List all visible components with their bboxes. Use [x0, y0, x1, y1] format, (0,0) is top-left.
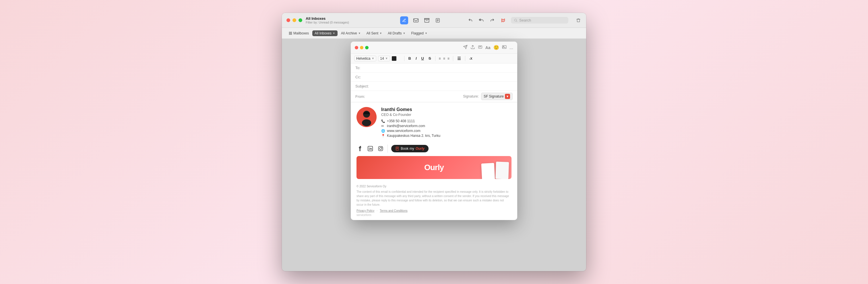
reply-all-icon[interactable] — [478, 17, 485, 24]
signature-selected: SF Signature — [484, 94, 504, 98]
text-color-swatch[interactable] — [392, 56, 396, 61]
send-icon[interactable] — [463, 45, 468, 50]
window-subtitle: Filter by: Unread (0 messages) — [306, 21, 349, 24]
location-icon: 📍 — [381, 134, 385, 138]
svg-rect-0 — [414, 19, 418, 22]
compose-minimize[interactable] — [360, 46, 363, 49]
mac-window: All Inboxes Filter by: Unread (0 message… — [282, 13, 586, 271]
format-bar: Helvetica ▼ 14 ▼ B I U S ≡ — [351, 54, 517, 63]
traffic-lights — [286, 18, 302, 22]
cc-field-row: Cc: — [351, 72, 517, 82]
compose-body: Iranthi Gomes CEO & Co-Founder 📞 +358 50… — [351, 102, 517, 220]
strikethrough-button[interactable]: S — [427, 56, 433, 61]
title-bar: All Inboxes Filter by: Unread (0 message… — [282, 13, 586, 28]
book-button[interactable]: Book my Ourly — [391, 145, 429, 152]
mailboxes-item[interactable]: Mailboxes — [286, 30, 311, 36]
to-input[interactable] — [371, 66, 513, 70]
subject-field-row: Subject: — [351, 82, 517, 91]
envelope-icon[interactable] — [413, 17, 419, 24]
close-button[interactable] — [286, 18, 290, 22]
sig-info: Iranthi Gomes CEO & Co-Founder 📞 +358 50… — [381, 107, 512, 138]
note-icon[interactable] — [435, 17, 441, 24]
svg-point-16 — [379, 148, 382, 150]
all-sent-item[interactable]: All Sent ▼ — [364, 30, 384, 36]
reply-icon[interactable] — [467, 17, 474, 24]
attach-icon[interactable] — [470, 45, 475, 50]
underline-button[interactable]: U — [420, 56, 425, 61]
signature-label: Signature: — [463, 94, 479, 98]
phone-icon: 📞 — [381, 119, 385, 123]
facebook-icon[interactable] — [356, 145, 363, 152]
cc-label: Cc: — [355, 75, 371, 79]
book-brand: Ourly — [415, 147, 425, 151]
compose-window: Aa 🙂 ... Helvetica ▼ — [351, 41, 517, 220]
align-right-button[interactable]: ≡ — [446, 56, 451, 61]
sig-name: Iranthi Gomes — [381, 107, 512, 112]
search-input[interactable] — [519, 18, 565, 22]
terms-link[interactable]: Terms and Conditions — [380, 209, 408, 212]
image-icon[interactable] — [502, 45, 507, 50]
all-drafts-label: All Drafts — [388, 31, 402, 35]
svg-point-3 — [515, 19, 517, 21]
flagged-item[interactable]: Flagged ▼ — [409, 30, 430, 36]
more-icon[interactable]: ... — [509, 45, 513, 50]
svg-rect-6 — [291, 32, 292, 33]
subject-input[interactable] — [371, 84, 513, 88]
sig-address: Kauppakeskus Hansa 2. krs, Turku — [387, 134, 440, 138]
italic-button[interactable]: I — [414, 56, 418, 61]
compose-fields: To: Cc: Subject: From: Signature: — [351, 63, 517, 102]
svg-rect-5 — [289, 34, 290, 35]
signature-section: Signature: SF Signature ▼ — [463, 93, 513, 100]
all-inboxes-item[interactable]: All Inboxes ▼ — [312, 30, 338, 36]
footer-links: Privacy Policy · Terms and Conditions — [356, 209, 512, 212]
cc-input[interactable] — [371, 75, 513, 79]
svg-rect-1 — [425, 19, 429, 22]
alignment-buttons: ≡ ≡ ≡ — [438, 56, 451, 61]
sidebar-icon — [289, 32, 292, 35]
sig-contact: 📞 +358 50 408 1111 ✉ iranthi@serviceform… — [381, 119, 512, 138]
fullscreen-icon[interactable] — [478, 45, 483, 50]
trash-icon[interactable] — [575, 17, 582, 24]
compose-close[interactable] — [355, 46, 358, 49]
format-divider-3 — [453, 56, 453, 61]
svg-rect-4 — [289, 32, 290, 33]
list-button[interactable]: ☰ — [456, 56, 462, 61]
format-divider-4 — [465, 56, 465, 61]
all-sent-chevron: ▼ — [379, 32, 382, 35]
font-icon[interactable]: Aa — [485, 45, 491, 50]
emoji-icon[interactable]: 🙂 — [493, 45, 499, 50]
strikethrough-icon[interactable] — [398, 57, 402, 60]
all-drafts-chevron: ▼ — [403, 32, 406, 35]
minimize-button[interactable] — [292, 18, 296, 22]
align-center-button[interactable]: ≡ — [442, 56, 446, 61]
from-label: From: — [355, 94, 371, 99]
instagram-icon[interactable] — [377, 145, 384, 152]
flag-icon[interactable] — [500, 17, 506, 24]
align-left-button[interactable]: ≡ — [438, 56, 442, 61]
signature-dropdown[interactable]: SF Signature ▼ — [481, 93, 513, 100]
banner-image: Ourly — [356, 156, 512, 179]
to-label: To: — [355, 66, 371, 70]
privacy-link[interactable]: Privacy Policy — [356, 209, 374, 212]
sig-social-row: Book my Ourly — [351, 142, 517, 156]
search-icon — [514, 18, 518, 22]
all-drafts-item[interactable]: All Drafts ▼ — [385, 30, 408, 36]
archive-icon[interactable] — [424, 17, 430, 24]
maximize-button[interactable] — [299, 18, 302, 22]
linkedin-icon[interactable] — [367, 145, 374, 152]
sig-divider — [388, 145, 388, 153]
footer-brand: serviceform — [356, 214, 512, 217]
flagged-chevron: ▼ — [425, 32, 427, 35]
compose-icon[interactable] — [400, 17, 408, 24]
font-size-selector[interactable]: 14 ▼ — [378, 56, 390, 61]
bold-button[interactable]: B — [407, 56, 412, 61]
search-bar — [511, 17, 568, 24]
svg-point-13 — [362, 119, 371, 126]
window-title: All Inboxes — [306, 17, 349, 21]
all-archive-item[interactable]: All Archive ▼ — [339, 30, 363, 36]
remove-format-button[interactable]: -X — [468, 56, 474, 61]
compose-maximize[interactable] — [365, 46, 369, 49]
forward-icon[interactable] — [489, 17, 495, 24]
font-selector[interactable]: Helvetica ▼ — [354, 56, 376, 61]
all-archive-chevron: ▼ — [358, 32, 361, 35]
